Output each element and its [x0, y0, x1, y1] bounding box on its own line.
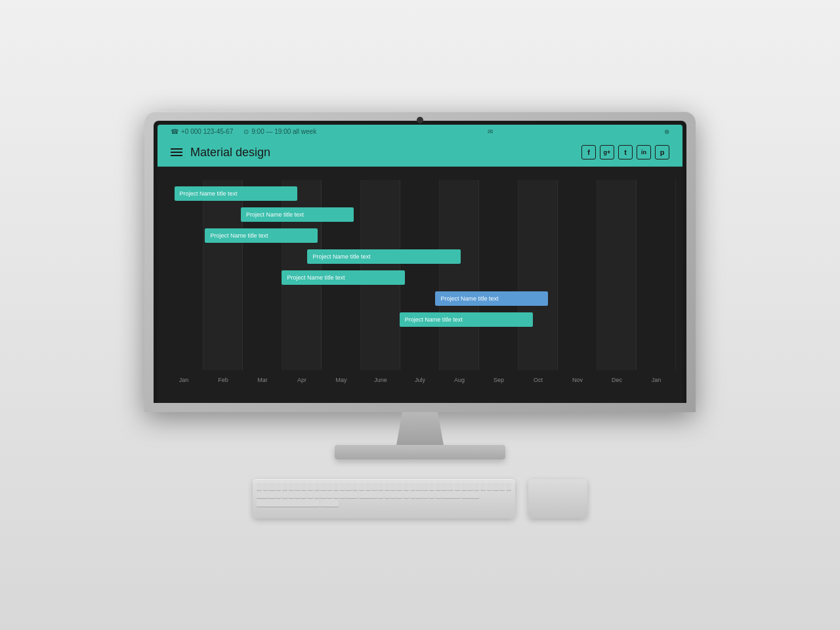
key[interactable]	[359, 491, 377, 498]
globe-icon: ⊕	[664, 128, 669, 135]
key[interactable]	[499, 483, 505, 490]
hamburger-menu[interactable]	[171, 148, 182, 156]
bar-1-label: Project Name title text	[180, 190, 238, 197]
keyboard	[253, 479, 515, 518]
bar-5-label: Project Name title text	[287, 274, 345, 281]
phone-icon: ☎	[171, 128, 178, 135]
key[interactable]	[371, 483, 377, 490]
key[interactable]	[448, 483, 453, 490]
key[interactable]	[320, 491, 326, 498]
key[interactable]	[327, 483, 332, 490]
gantt-bar-6[interactable]: Project Name title text	[435, 291, 548, 306]
key[interactable]	[269, 491, 274, 498]
key[interactable]	[346, 491, 358, 498]
key[interactable]	[289, 483, 294, 490]
key[interactable]	[276, 483, 281, 490]
key[interactable]	[423, 483, 428, 490]
month-feb: Feb	[203, 377, 243, 383]
gantt-bar-4[interactable]: Project Name title text	[307, 249, 461, 264]
gantt-bar-2[interactable]: Project Name title text	[241, 207, 354, 222]
facebook-icon[interactable]: f	[581, 145, 596, 159]
scene: ☎ +0 000 123-45-67 ⊙ 9:00 — 19:00 all we…	[0, 0, 840, 630]
key[interactable]	[429, 491, 434, 498]
key[interactable]	[410, 483, 415, 490]
key[interactable]	[295, 483, 300, 490]
key[interactable]	[378, 483, 383, 490]
pinterest-icon[interactable]: p	[655, 145, 669, 159]
google-plus-icon[interactable]: g+	[600, 145, 614, 159]
key[interactable]	[289, 491, 294, 498]
key[interactable]	[410, 491, 415, 498]
key[interactable]	[404, 491, 409, 498]
top-bar-left: ☎ +0 000 123-45-67 ⊙ 9:00 — 19:00 all we…	[171, 128, 316, 135]
key[interactable]	[276, 491, 281, 498]
gantt-bar-3[interactable]: Project Name title text	[205, 228, 318, 243]
key[interactable]	[416, 491, 421, 498]
key[interactable]	[378, 491, 383, 498]
month-sep: Sep	[479, 377, 518, 383]
key[interactable]	[301, 483, 306, 490]
key[interactable]	[340, 483, 345, 490]
key[interactable]	[320, 499, 339, 507]
month-jul: July	[400, 377, 440, 383]
key[interactable]	[346, 483, 351, 490]
key[interactable]	[461, 483, 467, 490]
twitter-icon[interactable]: t	[618, 145, 633, 159]
key[interactable]	[436, 491, 441, 498]
key[interactable]	[390, 483, 396, 490]
key[interactable]	[308, 483, 313, 490]
key[interactable]	[295, 491, 300, 498]
key[interactable]	[461, 491, 480, 498]
key[interactable]	[301, 491, 306, 498]
key[interactable]	[333, 483, 339, 490]
key[interactable]	[320, 483, 326, 490]
social-icons: f g+ t in p	[581, 145, 669, 159]
key[interactable]	[308, 491, 313, 498]
key[interactable]	[493, 483, 498, 490]
key[interactable]	[366, 483, 371, 490]
key[interactable]	[263, 483, 268, 490]
key[interactable]	[385, 483, 390, 490]
key[interactable]	[429, 483, 434, 490]
gantt-bars: Project Name title text Project Name tit…	[164, 180, 676, 370]
key[interactable]	[442, 483, 447, 490]
key[interactable]	[436, 483, 441, 490]
key[interactable]	[423, 491, 428, 498]
monitor: ☎ +0 000 123-45-67 ⊙ 9:00 — 19:00 all we…	[144, 112, 696, 518]
key[interactable]	[404, 483, 409, 490]
key[interactable]	[327, 491, 332, 498]
key[interactable]	[282, 491, 287, 498]
key[interactable]	[487, 483, 492, 490]
gantt-bar-7[interactable]: Project Name title text	[400, 312, 533, 327]
gantt-bar-1[interactable]: Project Name title text	[175, 186, 297, 201]
key[interactable]	[359, 483, 364, 490]
key[interactable]	[455, 483, 460, 490]
key[interactable]	[385, 491, 390, 498]
key[interactable]	[480, 483, 486, 490]
instagram-icon[interactable]: in	[637, 145, 651, 159]
key[interactable]	[333, 491, 339, 498]
key[interactable]	[416, 483, 421, 490]
key[interactable]	[390, 491, 396, 498]
key[interactable]	[340, 491, 345, 498]
key[interactable]	[282, 483, 287, 490]
key[interactable]	[257, 483, 262, 490]
bar-6-label: Project Name title text	[440, 295, 498, 302]
month-jan: Jan	[164, 377, 203, 383]
gantt-chart: Project Name title text Project Name tit…	[164, 180, 676, 390]
key[interactable]	[467, 483, 472, 490]
key[interactable]	[314, 483, 320, 490]
key[interactable]	[506, 483, 511, 490]
key[interactable]	[397, 483, 402, 490]
spacebar[interactable]	[257, 499, 320, 507]
key[interactable]	[397, 491, 402, 498]
key[interactable]	[474, 483, 479, 490]
gantt-bar-5[interactable]: Project Name title text	[282, 270, 404, 285]
key[interactable]	[352, 483, 358, 490]
trackpad[interactable]	[528, 479, 587, 518]
key[interactable]	[314, 491, 320, 498]
screen: ☎ +0 000 123-45-67 ⊙ 9:00 — 19:00 all we…	[158, 125, 682, 403]
key[interactable]	[442, 491, 460, 498]
key[interactable]	[257, 491, 268, 498]
key[interactable]	[269, 483, 274, 490]
